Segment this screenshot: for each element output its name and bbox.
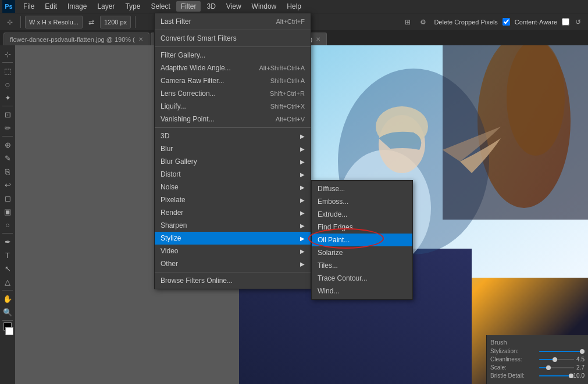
gear-icon[interactable]: ⚙ [416,16,429,28]
menu-item-other[interactable]: Other ▶ [155,257,311,270]
tool-history-brush[interactable]: ↩ [1,178,14,191]
tab-flower-close[interactable]: ✕ [138,36,143,42]
tool-wand[interactable]: ✦ [1,91,14,104]
color-swatches [2,322,13,335]
menu-item-sharpen[interactable]: Sharpen ▶ [155,219,311,232]
oil-paint-panel: Brush Stylization: Cleanliness: 4.5 Scal… [486,335,588,384]
menu-image[interactable]: Image [63,1,91,12]
reset-icon[interactable]: ↺ [572,16,585,28]
menu-edit[interactable]: Edit [40,1,62,12]
panel-brush-label: Brush [490,339,585,346]
tool-shape[interactable]: △ [1,275,14,288]
tool-crop[interactable]: ⊡ [1,108,14,121]
menu-item-browse[interactable]: Browse Filters Online... [155,274,311,287]
size-value[interactable]: 1200 px [100,16,131,28]
menu-type[interactable]: Type [120,1,145,12]
menu-item-pixelate[interactable]: Pixelate ▶ [155,193,311,206]
swap-icon[interactable]: ⇄ [85,16,98,28]
menu-sep-4 [155,272,311,272]
menu-item-liquify[interactable]: Liquify... Shift+Ctrl+X [155,100,311,113]
svg-rect-6 [443,45,588,220]
submenu-trace-contour[interactable]: Trace Contour... [312,272,412,285]
tool-type[interactable]: T [1,249,14,261]
delete-cropped-checkbox[interactable] [503,18,510,26]
panel-scale: Scale: 2.7 [490,364,585,371]
content-aware-checkbox[interactable] [562,18,569,26]
tool-pen[interactable]: ✒ [1,235,14,248]
menu-filter[interactable]: Filter [176,1,201,12]
menu-sep-3 [155,127,311,128]
tool-gradient[interactable]: ▣ [1,205,14,218]
tab-flower-label: flower-dancer-psdvault-flatten.jpg @ 190… [10,36,135,43]
tool-dodge[interactable]: ○ [1,218,14,231]
tool-marquee[interactable]: ⬚ [1,64,14,77]
tool-hand[interactable]: ✋ [1,292,14,305]
tool-sep-3 [2,136,13,137]
tool-path-select[interactable]: ↖ [1,262,14,275]
submenu-diffuse[interactable]: Diffuse... [312,182,412,195]
menu-item-last-filter[interactable]: Last Filter Alt+Ctrl+F [155,15,311,28]
tool-spot-heal[interactable]: ⊕ [1,138,14,151]
scale-value: 2.7 [576,364,585,371]
submenu-find-edges[interactable]: Find Edges [312,221,412,234]
scale-label: Scale: [490,364,537,371]
tool-brush[interactable]: ✎ [1,152,14,164]
menu-layer[interactable]: Layer [92,1,119,12]
bristle-value: 10.0 [573,372,585,379]
toolbar-separator-1 [20,16,21,28]
submenu-extrude[interactable]: Extrude... [312,208,412,221]
menu-window[interactable]: Window [247,1,281,12]
tool-eyedropper[interactable]: ✏ [1,121,14,134]
menu-sep-1 [155,30,311,30]
submenu-solarize[interactable]: Solarize [312,246,412,259]
tab-oilpaint-close[interactable]: ✕ [316,36,320,42]
submenu-wind[interactable]: Wind... [312,285,412,297]
menu-view[interactable]: View [222,1,246,12]
align-icon[interactable]: ⊞ [401,16,414,28]
menu-item-stylize[interactable]: Stylize ▶ [155,232,311,245]
menu-item-blur[interactable]: Blur ▶ [155,142,311,155]
tab-flower[interactable]: flower-dancer-psdvault-flatten.jpg @ 190… [3,33,149,45]
menu-item-convert-smart[interactable]: Convert for Smart Filters [155,32,311,45]
move-tool-icon[interactable]: ⊹ [3,16,16,28]
menu-item-lens[interactable]: Lens Correction... Shift+Ctrl+R [155,87,311,100]
menu-item-video[interactable]: Video ▶ [155,245,311,257]
bristle-label: Bristle Detail: [490,372,537,379]
tool-sep-2 [2,106,13,106]
content-aware-label: Content-Aware [512,19,560,26]
menu-sep-2 [155,46,311,47]
menu-item-noise[interactable]: Noise ▶ [155,181,311,193]
menu-item-3d[interactable]: 3D ▶ [155,130,311,142]
submenu-tiles[interactable]: Tiles... [312,259,412,272]
tool-lasso[interactable]: ⍜ [1,78,14,91]
menu-item-filter-gallery[interactable]: Filter Gallery... [155,49,311,62]
panel-bristle: Bristle Detail: 10.0 [490,372,585,379]
menu-item-vanishing[interactable]: Vanishing Point... Alt+Ctrl+V [155,113,311,125]
background-color[interactable] [5,327,13,335]
panel-stylization: Stylization: [490,348,585,354]
menu-item-blur-gallery[interactable]: Blur Gallery ▶ [155,155,311,168]
tool-zoom[interactable]: 🔍 [1,306,14,318]
menu-item-render[interactable]: Render ▶ [155,206,311,219]
delete-cropped-label: Delete Cropped Pixels [432,19,500,26]
tool-move[interactable]: ⊹ [1,48,14,60]
menu-item-adaptive[interactable]: Adaptive Wide Angle... Alt+Shift+Ctrl+A [155,62,311,74]
menu-bar: Ps File Edit Image Layer Type Select Fil… [0,0,588,13]
tool-sep-6 [2,320,13,321]
tool-clone[interactable]: ⎘ [1,165,14,178]
submenu-oil-paint[interactable]: Oil Paint... [312,234,412,246]
tool-sep-1 [2,62,13,63]
submenu-emboss[interactable]: Emboss... [312,195,412,208]
ps-logo: Ps [2,0,15,13]
menu-item-distort[interactable]: Distort ▶ [155,168,311,181]
tool-eraser[interactable]: ◻ [1,192,14,204]
panel-cleanliness: Cleanliness: 4.5 [490,356,585,363]
menu-file[interactable]: File [19,1,39,12]
tool-sep-4 [2,233,13,234]
menu-item-camera-raw[interactable]: Camera Raw Filter... Shift+Ctrl+A [155,74,311,87]
menu-help[interactable]: Help [282,1,306,12]
size-dropdown[interactable]: W x H x Resolu... [25,16,83,28]
cleanliness-label: Cleanliness: [490,356,537,363]
menu-3d[interactable]: 3D [202,1,220,12]
menu-select[interactable]: Select [146,1,174,12]
